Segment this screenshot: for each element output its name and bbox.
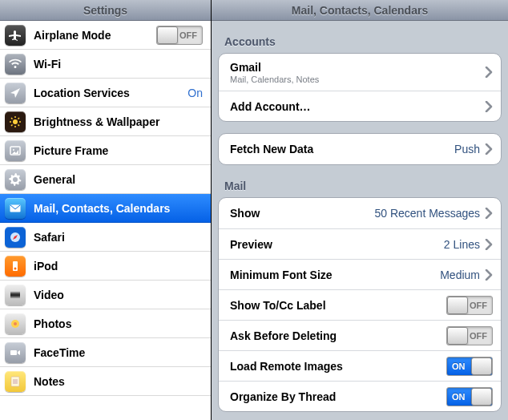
- sidebar-item-label: Wi-Fi: [34, 58, 203, 71]
- chevron-right-icon: [485, 101, 493, 112]
- chevron-right-icon: [485, 239, 493, 250]
- row-title: Minimum Font Size: [230, 269, 440, 281]
- show-row[interactable]: Show 50 Recent Messages: [219, 198, 501, 228]
- toggle-knob: [471, 388, 492, 406]
- load-remote-images-row: Load Remote Images ON: [219, 350, 501, 381]
- safari-icon: [5, 227, 26, 248]
- sidebar-item-general[interactable]: General: [0, 165, 211, 194]
- sidebar-item-mail-contacts-calendars[interactable]: Mail, Contacts, Calendars: [0, 194, 211, 223]
- svg-rect-9: [10, 297, 20, 298]
- sidebar-item-video[interactable]: Video: [0, 281, 211, 309]
- sidebar-item-picture-frame[interactable]: Picture Frame: [0, 136, 211, 165]
- sidebar-item-label: Location Services: [34, 87, 187, 99]
- airplane-toggle[interactable]: OFF: [156, 26, 203, 45]
- organize-by-thread-toggle[interactable]: ON: [446, 387, 493, 406]
- toggle-knob: [157, 26, 178, 44]
- detail-scroll: Accounts Gmail Mail, Calendars, Notes Ad…: [212, 21, 508, 420]
- toggle-off-label: OFF: [470, 301, 487, 310]
- sidebar-item-label: Picture Frame: [34, 144, 203, 157]
- sidebar-item-wifi[interactable]: Wi-Fi: [0, 50, 211, 79]
- toggle-off-label: OFF: [470, 331, 487, 341]
- account-subtitle: Mail, Calendars, Notes: [230, 75, 485, 84]
- settings-sidebar: Settings Airplane Mode OFF Wi-Fi Locatio…: [0, 0, 212, 420]
- row-value: Medium: [440, 269, 480, 281]
- accounts-group: Gmail Mail, Calendars, Notes Add Account…: [218, 53, 502, 122]
- sidebar-item-label: Safari: [34, 231, 203, 244]
- sidebar-item-safari[interactable]: Safari: [0, 223, 211, 252]
- row-title: Preview: [230, 238, 444, 251]
- row-title: Fetch New Data: [230, 143, 454, 155]
- sidebar-item-label: General: [34, 173, 203, 186]
- sidebar-title: Settings: [0, 0, 211, 21]
- svg-point-2: [13, 149, 14, 151]
- row-value: 2 Lines: [444, 238, 480, 251]
- chevron-right-icon: [485, 67, 493, 78]
- picture-frame-icon: [5, 140, 26, 161]
- sidebar-item-label: Photos: [34, 317, 203, 330]
- sidebar-item-notes[interactable]: Notes: [0, 367, 211, 396]
- sidebar-item-label: Mail, Contacts, Calendars: [34, 202, 203, 215]
- row-title: Ask Before Deleting: [230, 329, 446, 342]
- row-value: 50 Recent Messages: [374, 207, 480, 220]
- mail-group: Show 50 Recent Messages Preview 2 Lines …: [218, 197, 502, 412]
- show-tocc-row: Show To/Cc Label OFF: [219, 289, 501, 320]
- section-header-accounts: Accounts: [218, 21, 502, 53]
- sidebar-item-label: Notes: [34, 375, 203, 388]
- sidebar-item-photos[interactable]: Photos: [0, 309, 211, 338]
- account-title: Gmail: [230, 61, 485, 74]
- video-icon: [5, 285, 26, 305]
- row-title: Organize By Thread: [230, 390, 446, 403]
- fetch-group: Fetch New Data Push: [218, 133, 502, 165]
- sidebar-item-brightness[interactable]: Brightness & Wallpaper: [0, 107, 211, 136]
- ask-before-deleting-row: Ask Before Deleting OFF: [219, 320, 501, 350]
- airplane-icon: [5, 25, 26, 46]
- photos-icon: [5, 313, 26, 334]
- svg-point-6: [14, 267, 17, 269]
- mail-icon: [5, 198, 26, 219]
- sidebar-item-ipod[interactable]: iPod: [0, 252, 211, 281]
- sidebar-item-facetime[interactable]: FaceTime: [0, 338, 211, 367]
- svg-point-0: [13, 119, 18, 124]
- toggle-knob: [447, 327, 468, 345]
- toggle-off-label: OFF: [179, 30, 197, 40]
- sidebar-item-label: iPod: [34, 260, 203, 273]
- section-header-mail: Mail: [218, 165, 502, 197]
- chevron-right-icon: [485, 143, 493, 155]
- sidebar-item-label: FaceTime: [34, 346, 203, 359]
- detail-pane: Mail, Contacts, Calendars Accounts Gmail…: [212, 0, 508, 420]
- settings-list: Airplane Mode OFF Wi-Fi Location Service…: [0, 21, 211, 420]
- load-remote-images-toggle[interactable]: ON: [446, 357, 493, 376]
- toggle-on-label: ON: [452, 392, 466, 402]
- svg-rect-8: [10, 292, 20, 293]
- brightness-icon: [5, 111, 26, 132]
- account-row-gmail[interactable]: Gmail Mail, Calendars, Notes: [219, 54, 501, 91]
- organize-by-thread-row: Organize By Thread ON: [219, 381, 501, 411]
- svg-rect-12: [10, 350, 17, 355]
- row-title: Show To/Cc Label: [230, 299, 446, 312]
- ask-before-deleting-toggle[interactable]: OFF: [446, 326, 493, 345]
- sidebar-item-location[interactable]: Location Services On: [0, 79, 211, 107]
- chevron-right-icon: [485, 269, 493, 281]
- sidebar-item-label: Video: [34, 289, 203, 301]
- row-value: Push: [454, 143, 480, 155]
- detail-title: Mail, Contacts, Calendars: [212, 0, 508, 21]
- notes-icon: [5, 371, 26, 392]
- row-title: Load Remote Images: [230, 360, 446, 373]
- sidebar-item-airplane[interactable]: Airplane Mode OFF: [0, 21, 211, 50]
- gear-icon: [5, 169, 26, 190]
- sidebar-item-label: Brightness & Wallpaper: [34, 115, 203, 128]
- toggle-knob: [447, 297, 468, 314]
- toggle-knob: [471, 357, 492, 375]
- minimum-font-size-row[interactable]: Minimum Font Size Medium: [219, 259, 501, 289]
- row-title: Add Account…: [230, 100, 485, 113]
- fetch-new-data-row[interactable]: Fetch New Data Push: [219, 134, 501, 164]
- show-tocc-toggle[interactable]: OFF: [446, 296, 493, 315]
- svg-point-11: [14, 322, 17, 325]
- chevron-right-icon: [485, 208, 493, 219]
- preview-row[interactable]: Preview 2 Lines: [219, 228, 501, 259]
- row-title: Show: [230, 207, 374, 220]
- ipod-icon: [5, 256, 26, 277]
- facetime-icon: [5, 342, 26, 363]
- add-account-row[interactable]: Add Account…: [219, 91, 501, 121]
- wifi-icon: [5, 54, 26, 75]
